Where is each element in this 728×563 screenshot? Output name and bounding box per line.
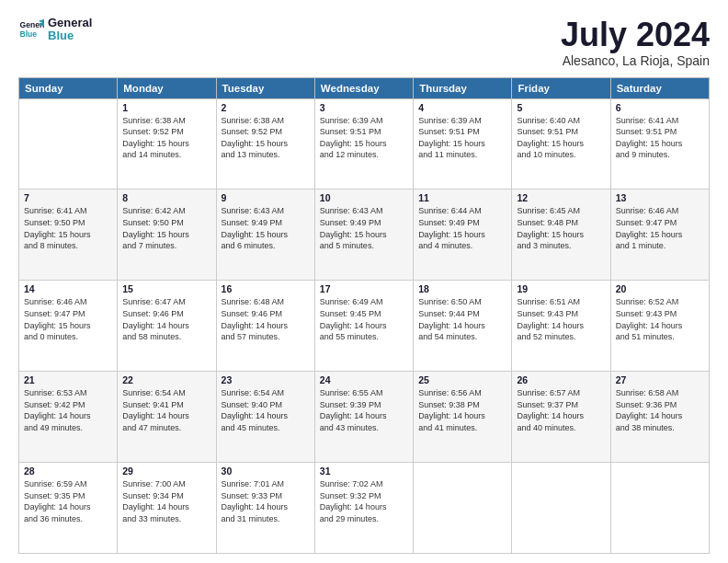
calendar-cell: 22Sunrise: 6:54 AM Sunset: 9:41 PM Dayli… <box>118 372 216 463</box>
calendar-cell: 26Sunrise: 6:57 AM Sunset: 9:37 PM Dayli… <box>512 372 610 463</box>
calendar-cell: 5Sunrise: 6:40 AM Sunset: 9:51 PM Daylig… <box>512 98 610 190</box>
calendar-cell: 18Sunrise: 6:50 AM Sunset: 9:44 PM Dayli… <box>414 281 512 372</box>
calendar-cell: 24Sunrise: 6:55 AM Sunset: 9:39 PM Dayli… <box>314 372 413 463</box>
calendar-cell: 1Sunrise: 6:38 AM Sunset: 9:52 PM Daylig… <box>118 98 216 190</box>
calendar-cell: 31Sunrise: 7:02 AM Sunset: 9:32 PM Dayli… <box>314 463 413 554</box>
day-info: Sunrise: 6:44 AM Sunset: 9:49 PM Dayligh… <box>418 205 506 251</box>
calendar-week-5: 28Sunrise: 6:59 AM Sunset: 9:35 PM Dayli… <box>19 463 710 554</box>
calendar-cell: 23Sunrise: 6:54 AM Sunset: 9:40 PM Dayli… <box>216 372 314 463</box>
day-info: Sunrise: 6:54 AM Sunset: 9:41 PM Dayligh… <box>122 387 210 433</box>
day-number: 13 <box>616 192 704 203</box>
calendar-cell: 4Sunrise: 6:39 AM Sunset: 9:51 PM Daylig… <box>414 98 512 190</box>
calendar-cell: 9Sunrise: 6:43 AM Sunset: 9:49 PM Daylig… <box>216 190 314 281</box>
day-info: Sunrise: 6:56 AM Sunset: 9:38 PM Dayligh… <box>418 387 506 433</box>
svg-text:General: General <box>20 21 44 30</box>
day-info: Sunrise: 6:38 AM Sunset: 9:52 PM Dayligh… <box>122 115 210 161</box>
day-number: 18 <box>418 283 506 294</box>
day-number: 12 <box>517 192 605 203</box>
day-header-monday: Monday <box>118 77 216 98</box>
calendar-cell <box>19 98 118 190</box>
calendar-week-4: 21Sunrise: 6:53 AM Sunset: 9:42 PM Dayli… <box>19 372 710 463</box>
day-number: 11 <box>418 192 506 203</box>
day-number: 14 <box>24 283 112 294</box>
logo-icon: General Blue <box>18 17 44 42</box>
title-block: July 2024 Alesanco, La Rioja, Spain <box>561 17 710 68</box>
calendar-cell: 2Sunrise: 6:38 AM Sunset: 9:52 PM Daylig… <box>216 98 314 190</box>
calendar-body: 1Sunrise: 6:38 AM Sunset: 9:52 PM Daylig… <box>19 98 710 553</box>
day-info: Sunrise: 6:53 AM Sunset: 9:42 PM Dayligh… <box>24 387 112 433</box>
calendar-cell: 21Sunrise: 6:53 AM Sunset: 9:42 PM Dayli… <box>19 372 118 463</box>
day-info: Sunrise: 6:58 AM Sunset: 9:36 PM Dayligh… <box>616 387 704 433</box>
day-header-wednesday: Wednesday <box>314 77 413 98</box>
day-header-sunday: Sunday <box>19 77 118 98</box>
day-number: 5 <box>517 102 605 113</box>
day-info: Sunrise: 6:43 AM Sunset: 9:49 PM Dayligh… <box>222 205 310 251</box>
location: Alesanco, La Rioja, Spain <box>561 53 710 68</box>
day-info: Sunrise: 6:39 AM Sunset: 9:51 PM Dayligh… <box>418 115 506 161</box>
day-info: Sunrise: 6:48 AM Sunset: 9:46 PM Dayligh… <box>222 296 310 342</box>
calendar-cell <box>414 463 512 554</box>
day-info: Sunrise: 6:51 AM Sunset: 9:43 PM Dayligh… <box>517 296 605 342</box>
day-info: Sunrise: 7:01 AM Sunset: 9:33 PM Dayligh… <box>222 478 310 524</box>
day-header-tuesday: Tuesday <box>216 77 314 98</box>
day-number: 22 <box>122 374 210 385</box>
day-number: 29 <box>122 465 210 477</box>
day-info: Sunrise: 6:41 AM Sunset: 9:51 PM Dayligh… <box>616 115 704 161</box>
calendar-cell: 3Sunrise: 6:39 AM Sunset: 9:51 PM Daylig… <box>314 98 413 190</box>
day-info: Sunrise: 6:52 AM Sunset: 9:43 PM Dayligh… <box>616 296 704 342</box>
day-info: Sunrise: 6:43 AM Sunset: 9:49 PM Dayligh… <box>320 205 408 251</box>
day-info: Sunrise: 6:42 AM Sunset: 9:50 PM Dayligh… <box>122 205 210 251</box>
day-number: 25 <box>418 374 506 385</box>
calendar-cell: 20Sunrise: 6:52 AM Sunset: 9:43 PM Dayli… <box>610 281 709 372</box>
calendar-cell: 10Sunrise: 6:43 AM Sunset: 9:49 PM Dayli… <box>314 190 413 281</box>
day-number: 28 <box>24 465 112 477</box>
day-number: 10 <box>320 192 408 203</box>
day-info: Sunrise: 6:50 AM Sunset: 9:44 PM Dayligh… <box>418 296 506 342</box>
day-info: Sunrise: 6:49 AM Sunset: 9:45 PM Dayligh… <box>320 296 408 342</box>
day-number: 23 <box>222 374 310 385</box>
calendar-cell: 17Sunrise: 6:49 AM Sunset: 9:45 PM Dayli… <box>314 281 413 372</box>
logo: General Blue General Blue <box>18 17 92 43</box>
day-number: 3 <box>320 102 408 113</box>
day-number: 2 <box>222 102 310 113</box>
logo-general: General <box>48 17 92 29</box>
day-number: 20 <box>616 283 704 294</box>
logo-blue: Blue <box>48 29 92 42</box>
calendar-week-3: 14Sunrise: 6:46 AM Sunset: 9:47 PM Dayli… <box>19 281 710 372</box>
calendar-cell: 15Sunrise: 6:47 AM Sunset: 9:46 PM Dayli… <box>118 281 216 372</box>
day-number: 16 <box>222 283 310 294</box>
calendar-week-1: 1Sunrise: 6:38 AM Sunset: 9:52 PM Daylig… <box>19 98 710 190</box>
calendar-cell <box>512 463 610 554</box>
day-info: Sunrise: 6:55 AM Sunset: 9:39 PM Dayligh… <box>320 387 408 433</box>
svg-text:Blue: Blue <box>20 29 38 39</box>
day-number: 24 <box>320 374 408 385</box>
day-number: 26 <box>517 374 605 385</box>
day-number: 7 <box>24 192 112 203</box>
day-header-thursday: Thursday <box>414 77 512 98</box>
calendar-cell: 14Sunrise: 6:46 AM Sunset: 9:47 PM Dayli… <box>19 281 118 372</box>
calendar-cell: 30Sunrise: 7:01 AM Sunset: 9:33 PM Dayli… <box>216 463 314 554</box>
calendar-cell: 27Sunrise: 6:58 AM Sunset: 9:36 PM Dayli… <box>610 372 709 463</box>
day-number: 6 <box>616 102 704 113</box>
day-number: 27 <box>616 374 704 385</box>
day-number: 1 <box>122 102 210 113</box>
day-info: Sunrise: 6:38 AM Sunset: 9:52 PM Dayligh… <box>222 115 310 161</box>
day-info: Sunrise: 6:45 AM Sunset: 9:48 PM Dayligh… <box>517 205 605 251</box>
calendar-cell: 19Sunrise: 6:51 AM Sunset: 9:43 PM Dayli… <box>512 281 610 372</box>
calendar: SundayMondayTuesdayWednesdayThursdayFrid… <box>18 77 710 554</box>
calendar-cell: 7Sunrise: 6:41 AM Sunset: 9:50 PM Daylig… <box>19 190 118 281</box>
calendar-cell: 6Sunrise: 6:41 AM Sunset: 9:51 PM Daylig… <box>610 98 709 190</box>
calendar-cell <box>610 463 709 554</box>
day-info: Sunrise: 6:39 AM Sunset: 9:51 PM Dayligh… <box>320 115 408 161</box>
day-header-saturday: Saturday <box>610 77 709 98</box>
day-number: 21 <box>24 374 112 385</box>
day-number: 19 <box>517 283 605 294</box>
day-info: Sunrise: 6:40 AM Sunset: 9:51 PM Dayligh… <box>517 115 605 161</box>
day-header-friday: Friday <box>512 77 610 98</box>
day-info: Sunrise: 6:54 AM Sunset: 9:40 PM Dayligh… <box>222 387 310 433</box>
day-number: 15 <box>122 283 210 294</box>
calendar-cell: 11Sunrise: 6:44 AM Sunset: 9:49 PM Dayli… <box>414 190 512 281</box>
day-info: Sunrise: 6:41 AM Sunset: 9:50 PM Dayligh… <box>24 205 112 251</box>
calendar-cell: 8Sunrise: 6:42 AM Sunset: 9:50 PM Daylig… <box>118 190 216 281</box>
calendar-week-2: 7Sunrise: 6:41 AM Sunset: 9:50 PM Daylig… <box>19 190 710 281</box>
